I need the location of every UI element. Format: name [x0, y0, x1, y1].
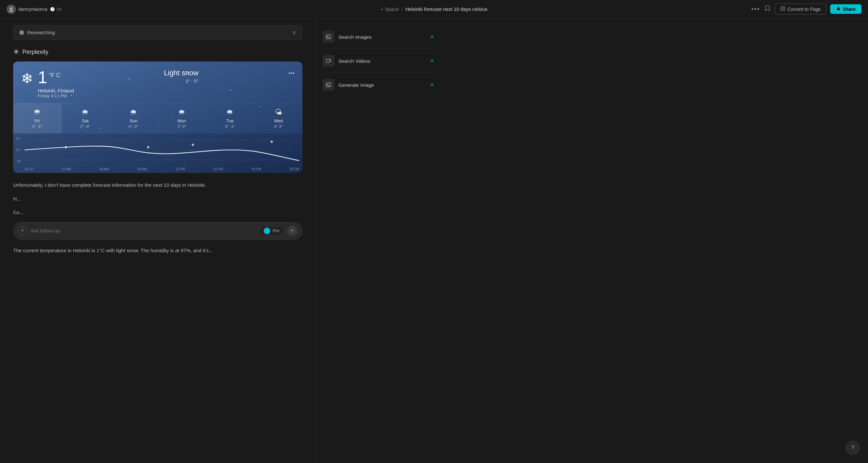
generate-image-plus-icon[interactable]: +: [430, 81, 434, 89]
generate-image-label: Generate Image: [338, 82, 374, 88]
x-label-09pm: 09 PM: [290, 167, 299, 171]
search-videos-plus-icon[interactable]: +: [430, 57, 434, 65]
forecast-text4: The current temperature in Helsinki is 1…: [13, 246, 303, 255]
x-label-09am: 09 AM: [137, 167, 147, 171]
chart-y-5: 5°: [17, 137, 21, 141]
svg-point-8: [147, 146, 149, 148]
chart-x-labels: Fri 20 03 AM 06 AM 09 AM 12 PM 03 PM 06 …: [25, 167, 299, 171]
mon-day-name: Mon: [162, 118, 202, 123]
chevron-down-icon[interactable]: ∨: [292, 29, 296, 35]
left-content: Researching ∨ ✳ Perplexity: [0, 19, 316, 463]
nav-center: + Space / Helsinki forecast next 10 days…: [381, 6, 488, 12]
submit-followup-button[interactable]: [287, 225, 298, 236]
sun-day-name: Sun: [114, 118, 154, 123]
forecast-day-wed: 🌤 Wed 4° 3°: [254, 103, 303, 133]
main-layout: Researching ∨ ✳ Perplexity: [0, 19, 868, 463]
perplexity-header: ✳ Perplexity: [13, 48, 303, 56]
search-videos-label: Search Videos: [338, 58, 370, 64]
chart-y-labels: 5° 0° -5°: [17, 137, 21, 163]
sidebar-item-search-images[interactable]: Search Images +: [322, 25, 434, 49]
help-icon: ?: [851, 445, 855, 451]
x-label-03am: 03 AM: [62, 167, 71, 171]
weather-more-icon[interactable]: •••: [288, 70, 294, 77]
pro-toggle[interactable]: Pro: [259, 226, 284, 236]
convert-icon: [780, 6, 785, 12]
x-label-12pm: 12 PM: [175, 167, 185, 171]
nav-left: dannymaiorca 🕐 1m: [7, 5, 751, 14]
perplexity-icon: ✳: [13, 48, 19, 56]
nav-right: ••• Convert to Page Share: [751, 4, 861, 14]
svg-rect-13: [326, 59, 330, 62]
weather-card: ❄ 1 °F C Helsinki, Finland Friday 4:11 P…: [13, 61, 303, 173]
tue-temps: 0° -1°: [210, 124, 250, 129]
x-label-fri20: Fri 20: [25, 167, 33, 171]
forecast-day-tue: 🌧 Tue 0° -1°: [206, 103, 254, 133]
chart-y-neg5: -5°: [17, 159, 21, 163]
mon-weather-icon: 🌧: [162, 108, 202, 116]
weather-datetime: Friday 4:11 PM: [38, 93, 74, 98]
wed-day-name: Wed: [258, 118, 299, 123]
weather-left: ❄ 1 °F C Helsinki, Finland Friday 4:11 P…: [21, 69, 74, 98]
share-button[interactable]: Share: [830, 4, 861, 14]
video-icon: [322, 55, 334, 67]
svg-point-0: [10, 7, 12, 10]
svg-point-7: [65, 146, 67, 148]
search-images-plus-icon[interactable]: +: [430, 33, 434, 41]
convert-to-page-button[interactable]: Convert to Page: [775, 4, 826, 14]
sidebar-item-generate-image[interactable]: Generate Image +: [322, 73, 434, 97]
sun-weather-icon: 🌧: [114, 108, 154, 116]
sat-weather-icon: 🌧: [65, 108, 105, 116]
x-label-03pm: 03 PM: [213, 167, 223, 171]
sidebar-item-search-videos[interactable]: Search Videos +: [322, 49, 434, 73]
share-label: Share: [843, 7, 856, 12]
researching-bar[interactable]: Researching ∨: [13, 25, 303, 40]
user-name: dannymaiorca: [19, 7, 48, 12]
svg-point-15: [327, 84, 328, 85]
forecast-day-sat: 🌧 Sat 2° -4°: [61, 103, 110, 133]
add-followup-button[interactable]: +: [18, 226, 27, 236]
research-status-dot: [20, 30, 24, 35]
temperature-value: 1: [38, 69, 48, 86]
sidebar-item-left: Search Images: [322, 31, 372, 43]
sun-temps: 4° -2°: [114, 124, 154, 129]
weather-right: Light snow 3° - 5°: [164, 69, 198, 84]
forecast-day-sun: 🌧 Sun 4° -2°: [110, 103, 158, 133]
researching-label: Researching: [27, 30, 55, 35]
image-icon: [322, 31, 334, 43]
time-badge: 🕐 1m: [50, 7, 62, 11]
nav-separator: /: [401, 6, 403, 12]
weather-top: ❄ 1 °F C Helsinki, Finland Friday 4:11 P…: [13, 61, 303, 103]
forecast-text: Unfortunately, I don't have complete for…: [13, 181, 303, 189]
x-label-06pm: 06 PM: [251, 167, 261, 171]
time-ago: 1m: [56, 7, 62, 11]
search-images-label: Search Images: [338, 34, 372, 40]
space-link[interactable]: + Space: [381, 6, 399, 12]
followup-bar: + Pro: [13, 222, 303, 240]
bookmark-icon[interactable]: [764, 5, 771, 13]
forecast-day-fri: 🌨 Fri 3° -5°: [13, 103, 61, 133]
temperature-unit: °F C: [49, 72, 61, 79]
forecast-row: 🌨 Fri 3° -5° 🌧 Sat 2° -4° 🌧 Sun 4° -2° 🌧…: [13, 103, 303, 133]
top-nav: dannymaiorca 🕐 1m + Space / Helsinki for…: [0, 0, 868, 19]
followup-input[interactable]: [31, 228, 256, 234]
wed-temps: 4° 3°: [258, 124, 299, 129]
sidebar-item-left: Search Videos: [322, 55, 370, 67]
right-sidebar: Search Images + Search Videos +: [316, 19, 441, 463]
mon-temps: 2° 0°: [162, 124, 202, 129]
more-options-icon[interactable]: •••: [751, 5, 760, 13]
generate-image-icon: [322, 79, 334, 91]
svg-rect-3: [837, 8, 840, 10]
forecast-day-mon: 🌧 Mon 2° 0°: [158, 103, 206, 133]
convert-label: Convert to Page: [787, 7, 820, 12]
sat-day-name: Sat: [65, 118, 105, 123]
svg-point-10: [271, 141, 273, 143]
help-button[interactable]: ?: [846, 441, 860, 455]
researching-left: Researching: [20, 30, 55, 35]
svg-point-9: [192, 144, 194, 146]
toggle-dot-icon: [264, 227, 270, 234]
avatar: [7, 5, 16, 14]
x-label-06am: 06 AM: [100, 167, 109, 171]
weather-temp-block: 1 °F C Helsinki, Finland Friday 4:11 PM: [38, 69, 74, 98]
svg-point-1: [9, 10, 13, 12]
chart-svg-area: [25, 136, 299, 164]
